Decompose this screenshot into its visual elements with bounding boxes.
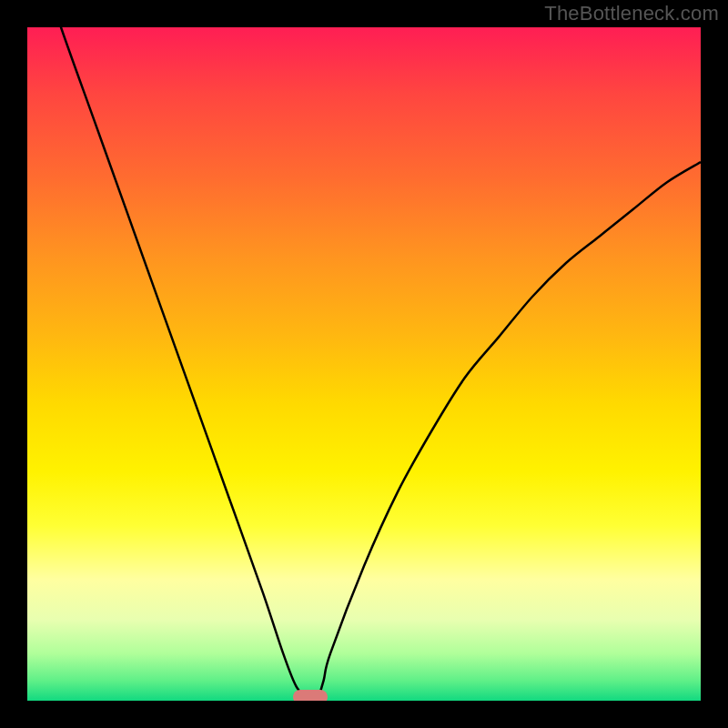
- watermark-text: TheBottleneck.com: [544, 2, 719, 25]
- chart-frame: TheBottleneck.com: [0, 0, 728, 728]
- plot-area: [27, 27, 701, 701]
- bottleneck-curve: [27, 27, 701, 701]
- curve-path: [27, 27, 701, 701]
- optimal-marker: [293, 690, 328, 701]
